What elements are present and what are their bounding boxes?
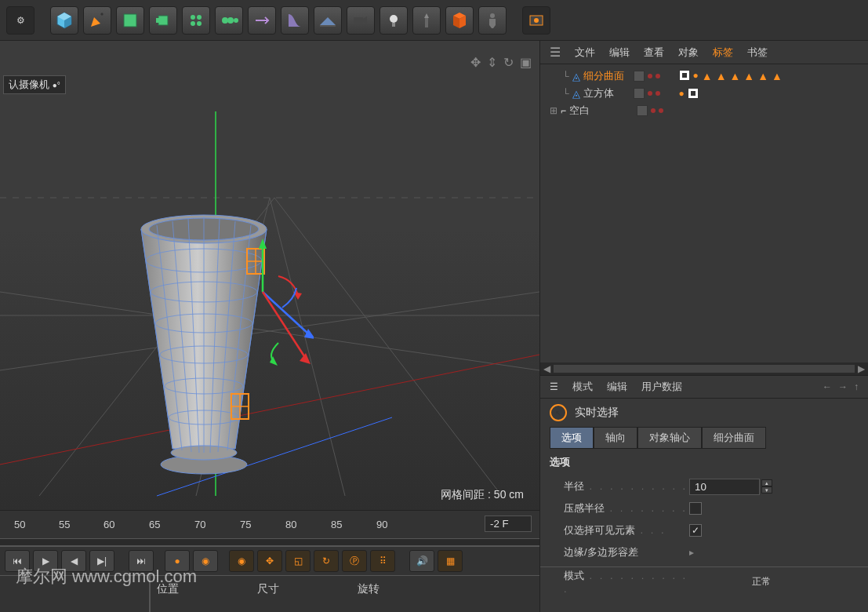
svg-point-9 xyxy=(234,18,238,23)
clone-tool[interactable] xyxy=(215,6,243,35)
svg-rect-14 xyxy=(425,18,428,27)
subdiv-tool[interactable] xyxy=(116,6,144,35)
viewport-tools: ✥ ⇕ ↻ ▣ xyxy=(470,55,532,70)
light-tool[interactable] xyxy=(380,6,408,35)
layer-slot[interactable] xyxy=(634,88,645,99)
svg-point-8 xyxy=(227,17,234,24)
attribute-tabs: 选项 轴向 对象轴心 细分曲面 xyxy=(540,427,868,449)
frame-field[interactable] xyxy=(485,515,532,532)
key-pos-button[interactable]: ◉ xyxy=(229,550,254,572)
pan-icon[interactable]: ✥ xyxy=(470,55,481,70)
spin-up[interactable]: ▴ xyxy=(761,479,772,486)
menu-object[interactable]: 对象 xyxy=(678,46,699,60)
key-rotate-button[interactable]: ↻ xyxy=(314,550,339,572)
figure-tool[interactable] xyxy=(478,6,507,35)
sound-button[interactable]: 🔊 xyxy=(409,550,434,572)
grid-info: 网格间距 : 50 cm xyxy=(441,488,524,502)
object-tree[interactable]: └ ◬ 细分曲面 ● ▲▲▲▲▲▲ └ ◬ 立方体 ● xyxy=(540,64,868,362)
axis-tool[interactable] xyxy=(248,6,276,35)
attribute-header: ↖ 实时选择 xyxy=(540,399,868,427)
key-param-button[interactable]: Ⓟ xyxy=(342,550,367,572)
pressure-radius-checkbox[interactable] xyxy=(689,502,702,515)
layer-slot[interactable] xyxy=(637,105,648,116)
layer-slot[interactable] xyxy=(634,71,645,82)
menu-edit[interactable]: 编辑 xyxy=(609,46,630,60)
svg-point-12 xyxy=(390,15,398,23)
zoom-icon[interactable]: ⇕ xyxy=(487,55,497,70)
visible-only-checkbox[interactable]: ✓ xyxy=(689,524,702,537)
camera-label[interactable]: 认摄像机 ●° xyxy=(3,75,66,94)
tab-axis[interactable]: 轴向 xyxy=(594,427,637,449)
pressure-radius-row: 压感半径 . . . . . . . . xyxy=(540,497,868,519)
array-tool[interactable] xyxy=(182,6,210,35)
svg-point-15 xyxy=(490,13,495,18)
svg-rect-10 xyxy=(320,25,336,27)
extrude-tool[interactable] xyxy=(149,6,177,35)
options-section-title: 选项 xyxy=(540,449,868,475)
menu-tags[interactable]: 标签 xyxy=(713,46,733,60)
nav-fwd-icon[interactable]: → xyxy=(838,381,848,392)
menu-view[interactable]: 查看 xyxy=(644,46,664,60)
svg-point-4 xyxy=(197,15,202,20)
settings-tool[interactable]: ⚙ xyxy=(6,6,35,35)
maximize-icon[interactable]: ▣ xyxy=(520,55,532,70)
attr-edit[interactable]: 编辑 xyxy=(607,380,627,394)
attribute-menu: ☰ 模式 编辑 用户数据 ← → ↑ xyxy=(540,375,868,399)
cube-obj-icon: ◬ xyxy=(572,88,580,100)
rotation-label: 旋转 xyxy=(358,582,380,596)
cube-tool[interactable] xyxy=(50,6,78,35)
tab-object-axis[interactable]: 对象轴心 xyxy=(637,427,702,449)
svg-point-6 xyxy=(197,21,202,26)
svg-rect-0 xyxy=(124,14,136,27)
live-select-icon: ↖ xyxy=(550,404,567,421)
menu-file[interactable]: 文件 xyxy=(575,46,595,60)
menu-icon[interactable]: ☰ xyxy=(550,381,558,392)
visible-only-row: 仅选择可见元素 . . . ✓ xyxy=(540,519,868,541)
cup-wireframe xyxy=(110,174,314,488)
camera-tool[interactable] xyxy=(347,6,375,35)
mode-row: 模式 . . . . . . . . . . . 正常 xyxy=(540,570,868,592)
pen-tool[interactable] xyxy=(83,6,111,35)
null-icon: ⌐ xyxy=(561,105,566,116)
spin-down[interactable]: ▾ xyxy=(761,486,772,494)
render-tool[interactable] xyxy=(522,6,550,35)
watermark: 摩尔网 www.cgmol.com xyxy=(16,565,197,588)
attr-mode[interactable]: 模式 xyxy=(572,380,593,394)
tree-hscroll[interactable]: ◀ ▶ xyxy=(540,362,868,375)
key-scale-button[interactable]: ◱ xyxy=(285,550,311,572)
tree-row-null[interactable]: ⊞ ⌐ 空白 xyxy=(543,102,865,119)
subdiv-icon: ◬ xyxy=(572,71,580,82)
svg-point-17 xyxy=(534,18,539,23)
size-label: 尺寸 xyxy=(257,582,279,596)
tab-options[interactable]: 选项 xyxy=(550,427,594,449)
timeline: 50 55 60 65 70 75 80 85 90 ⏮ ▶ ◀ ▶| ⏭ ● xyxy=(0,510,539,612)
svg-marker-59 xyxy=(300,353,311,364)
svg-rect-13 xyxy=(392,23,395,27)
attr-userdata[interactable]: 用户数据 xyxy=(641,380,682,394)
radius-row: 半径 . . . . . . . . . . ▴▾ xyxy=(540,475,868,497)
menu-bookmarks[interactable]: 书签 xyxy=(747,46,768,60)
tree-row-cube[interactable]: └ ◬ 立方体 ● xyxy=(543,85,865,102)
object-manager-menu: ☰ 文件 编辑 查看 对象 标签 书签 xyxy=(540,41,868,64)
film-button[interactable]: ▦ xyxy=(438,550,463,572)
tolerance-row: 边缘/多边形容差 ▸ xyxy=(540,541,868,563)
menu-icon[interactable]: ☰ xyxy=(550,45,561,60)
tree-row-subdiv[interactable]: └ ◬ 细分曲面 ● ▲▲▲▲▲▲ xyxy=(543,67,865,85)
key-pla-button[interactable]: ⠿ xyxy=(370,550,395,572)
viewport[interactable]: 认摄像机 ●° ✥ ⇕ ↻ ▣ xyxy=(0,41,539,510)
svg-point-3 xyxy=(191,15,195,20)
svg-point-7 xyxy=(222,17,228,24)
material-tool[interactable] xyxy=(445,6,474,35)
rotate-icon[interactable]: ↻ xyxy=(503,55,514,70)
deform-tool[interactable] xyxy=(281,6,309,35)
nav-back-icon[interactable]: ← xyxy=(823,381,832,392)
svg-rect-11 xyxy=(354,17,363,24)
target-tool[interactable] xyxy=(412,6,441,35)
radius-input[interactable] xyxy=(689,479,760,495)
key-move-button[interactable]: ✥ xyxy=(257,550,282,572)
svg-rect-2 xyxy=(156,18,161,23)
floor-tool[interactable] xyxy=(314,6,342,35)
nav-up-icon[interactable]: ↑ xyxy=(854,381,859,392)
tab-subdiv[interactable]: 细分曲面 xyxy=(702,427,766,449)
timeline-ruler[interactable]: 50 55 60 65 70 75 80 85 90 xyxy=(0,511,539,538)
